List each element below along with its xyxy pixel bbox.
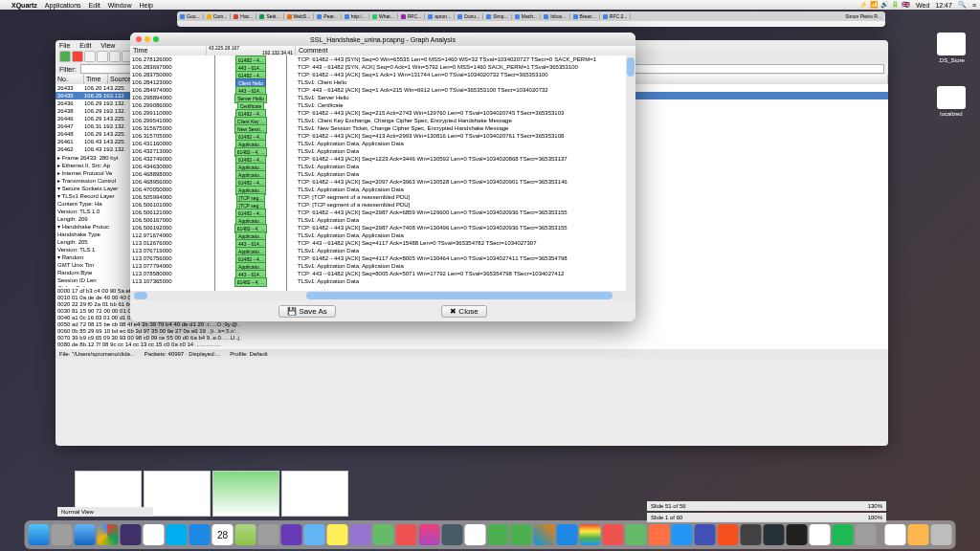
dock-app[interactable]: [442, 524, 463, 545]
tab[interactable]: Docu...: [455, 13, 483, 19]
dock-app-chrome[interactable]: [98, 524, 119, 545]
graph-titlebar[interactable]: SSL_Handshake_unina.pcapng - Graph Analy…: [130, 33, 635, 46]
graph-body[interactable]: 106.278126000106.283697000106.2837500001…: [130, 55, 635, 291]
tab[interactable]: WebS...: [284, 13, 315, 19]
tab[interactable]: Goo...: [177, 13, 204, 19]
tab[interactable]: apron...: [425, 13, 455, 19]
menu-edit[interactable]: Edit: [89, 2, 100, 9]
tab[interactable]: RFC 2...: [600, 13, 632, 19]
status-file: File: "/Users/spromano/dida...: [59, 351, 135, 357]
graph-button-bar: 💾 Save As ✖ Close: [130, 300, 635, 321]
chrome-tabs: Goo... Com... Hac... Setti... WebS... Pe…: [177, 11, 885, 21]
desktop-file-localized[interactable]: localized: [932, 86, 970, 117]
dock-app-eclipse[interactable]: [121, 524, 142, 545]
status-profile: Profile: Default: [230, 351, 267, 357]
macos-menubar: XQuartz Applications Edit Window Help ⚡ …: [0, 0, 980, 10]
dock-app-launchpad[interactable]: [52, 524, 73, 545]
dock-app[interactable]: [695, 524, 716, 545]
dock-app[interactable]: [373, 524, 394, 545]
toolbar-btn[interactable]: [72, 51, 83, 62]
tab[interactable]: Com...: [204, 13, 232, 19]
toolbar-btn[interactable]: [84, 51, 96, 62]
vertical-scrollbar[interactable]: [626, 55, 635, 291]
dock-app-preview[interactable]: [304, 524, 325, 545]
dock-app[interactable]: [649, 524, 670, 545]
status-packets: Packets: 40997 · Displayed:...: [145, 351, 220, 357]
menu-help[interactable]: Help: [140, 2, 153, 9]
menu-window[interactable]: Window: [108, 2, 132, 9]
dock-app-messages[interactable]: [511, 524, 532, 545]
toolbar-btn[interactable]: [109, 51, 121, 62]
toolbar-btn[interactable]: [97, 51, 108, 62]
dock-app-terminal[interactable]: [787, 524, 808, 545]
dock-app-finder[interactable]: [29, 524, 50, 545]
menu-applications[interactable]: Applications: [45, 2, 81, 9]
toolbar-btn[interactable]: [59, 51, 71, 62]
dock-app-facetime[interactable]: [488, 524, 509, 545]
app-name[interactable]: XQuartz: [11, 2, 37, 9]
menubar-time: 12:47: [935, 2, 952, 9]
spotlight-icon[interactable]: 🔍: [958, 1, 967, 9]
dock-app-skype[interactable]: [167, 524, 188, 545]
dock-app-safari[interactable]: [75, 524, 96, 545]
notification-icon[interactable]: ≡: [972, 2, 976, 9]
tab[interactable]: Setti...: [256, 13, 283, 19]
dock-app[interactable]: [350, 524, 371, 545]
dock-app[interactable]: [281, 524, 302, 545]
dock-app-virtualbox[interactable]: [764, 524, 785, 545]
tab[interactable]: Inbox...: [541, 13, 569, 19]
dock-app[interactable]: [908, 524, 929, 545]
thumbnail[interactable]: [144, 471, 211, 517]
tab[interactable]: Mach...: [512, 13, 541, 19]
graph-headers: Time 43.225.28.167 192.132.34.41 Comment: [130, 46, 635, 55]
save-as-button[interactable]: 💾 Save As: [278, 305, 336, 318]
tab[interactable]: Pear...: [314, 13, 341, 19]
dock-trash[interactable]: [931, 524, 952, 545]
graph-comments-column: TCP: 61482→443 [SYN] Seq=0 Win=65535 Len…: [295, 55, 626, 291]
dock-app[interactable]: [534, 524, 555, 545]
tab[interactable]: Simp...: [483, 13, 512, 19]
dock-app[interactable]: [885, 524, 906, 545]
menubar-day: Wed: [916, 2, 929, 9]
header-time[interactable]: Time: [84, 75, 108, 84]
tab[interactable]: RFC...: [398, 13, 425, 19]
ws-menu-view[interactable]: View: [100, 42, 115, 49]
tab[interactable]: Hac...: [231, 13, 256, 19]
graph-header-addresses: 43.225.28.167 192.132.34.41: [207, 46, 295, 55]
desktop-file-dsstore[interactable]: .DS_Store: [932, 33, 970, 63]
thumbnail[interactable]: [281, 471, 348, 517]
dock-app[interactable]: [672, 524, 693, 545]
dock-app-wireshark[interactable]: [557, 524, 578, 545]
dock-app[interactable]: [603, 524, 624, 545]
dock-app[interactable]: [580, 524, 601, 545]
dock-app-settings[interactable]: [856, 524, 877, 545]
dock-app-itunes[interactable]: [419, 524, 440, 545]
horizontal-scrollbars[interactable]: [130, 291, 635, 300]
ws-menu-edit[interactable]: Edit: [79, 42, 91, 49]
dock-app[interactable]: [396, 524, 417, 545]
thumbnail[interactable]: [212, 471, 279, 517]
dock-app-appstore[interactable]: [189, 524, 211, 545]
chrome-profile[interactable]: Simon Pietro R...: [845, 13, 885, 19]
graph-header-comment[interactable]: Comment: [295, 46, 635, 55]
dock-app[interactable]: [327, 524, 348, 545]
dock-app[interactable]: [741, 524, 762, 545]
tab[interactable]: Breac...: [570, 13, 600, 19]
dock-app-maps[interactable]: [235, 524, 256, 545]
menubar-status-icons[interactable]: ⚡ 📶 🔊 🔋 🇬🇧: [859, 1, 910, 9]
dock-app-xquartz[interactable]: [810, 524, 831, 545]
dock-app-mail[interactable]: [144, 524, 165, 545]
ws-menu-file[interactable]: File: [59, 42, 70, 49]
close-button[interactable]: ✖ Close: [441, 305, 487, 318]
tab[interactable]: What...: [369, 13, 398, 19]
graph-title-text: SSL_Handshake_unina.pcapng - Graph Analy…: [130, 36, 635, 43]
dock-app[interactable]: [258, 524, 279, 545]
dock-app[interactable]: [718, 524, 739, 545]
dock-app-spotify[interactable]: [833, 524, 854, 545]
dock-app-evernote[interactable]: [626, 524, 647, 545]
tab[interactable]: http:/...: [342, 13, 369, 19]
dock-app-calendar[interactable]: 28: [212, 524, 234, 545]
graph-header-time[interactable]: Time: [130, 46, 207, 55]
header-no[interactable]: No.: [56, 75, 84, 84]
dock-app[interactable]: [465, 524, 486, 545]
